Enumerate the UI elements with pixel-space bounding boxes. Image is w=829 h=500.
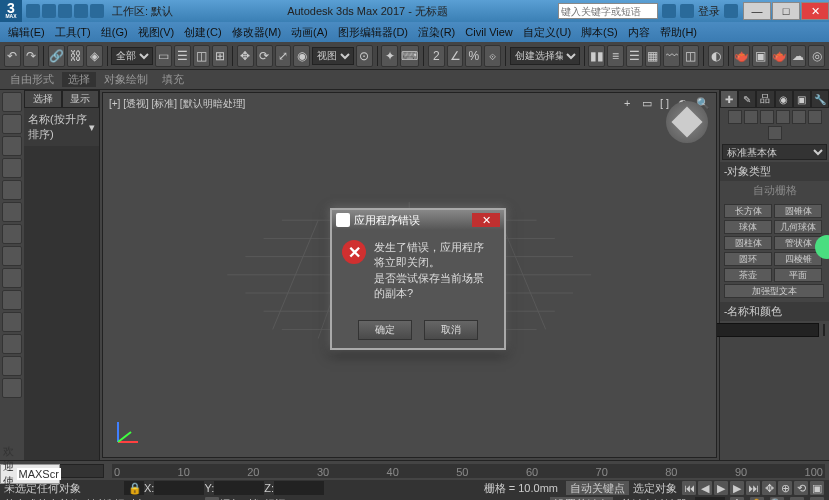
menu-content[interactable]: 内容 bbox=[624, 25, 654, 40]
open-icon[interactable] bbox=[42, 4, 56, 18]
redo-icon[interactable]: ↷ bbox=[23, 45, 40, 67]
lt-icon[interactable] bbox=[2, 268, 22, 288]
viewcube[interactable] bbox=[666, 101, 708, 143]
placement-icon[interactable]: ◉ bbox=[293, 45, 310, 67]
lt-icon[interactable] bbox=[2, 114, 22, 134]
obj-cylinder[interactable]: 圆柱体 bbox=[724, 236, 772, 250]
helpers-icon[interactable] bbox=[792, 110, 806, 124]
obj-geosphere[interactable]: 几何球体 bbox=[774, 220, 822, 234]
angle-snap-icon[interactable]: ∠ bbox=[447, 45, 464, 67]
cp-tab-create[interactable]: ✚ bbox=[720, 90, 738, 108]
selected-filter[interactable]: 选定对象 bbox=[629, 481, 681, 495]
dialog-close-button[interactable]: ✕ bbox=[472, 213, 500, 227]
nav-icon[interactable]: 🔍 bbox=[769, 496, 785, 500]
lt-icon[interactable] bbox=[2, 290, 22, 310]
tab-select[interactable]: 选择 bbox=[62, 72, 96, 87]
scale-icon[interactable]: ⤢ bbox=[275, 45, 292, 67]
curve-editor-icon[interactable]: 〰 bbox=[663, 45, 680, 67]
render-setup-icon[interactable]: 🫖 bbox=[733, 45, 750, 67]
ref-coord-system[interactable]: 视图 bbox=[312, 47, 354, 65]
spinner-snap-icon[interactable]: ⟐ bbox=[484, 45, 501, 67]
undo-icon[interactable] bbox=[74, 4, 88, 18]
obj-cone[interactable]: 圆锥体 bbox=[774, 204, 822, 218]
percent-snap-icon[interactable]: % bbox=[465, 45, 482, 67]
rollout-name-color[interactable]: - 名称和颜色 bbox=[720, 302, 829, 321]
nav-icon[interactable]: ▣ bbox=[809, 480, 825, 496]
viewport-label[interactable]: [+] [透视] [标准] [默认明暗处理] bbox=[109, 97, 245, 111]
nav-icon[interactable]: ⟲ bbox=[789, 496, 805, 500]
rotate-icon[interactable]: ⟳ bbox=[256, 45, 273, 67]
obj-sphere[interactable]: 球体 bbox=[724, 220, 772, 234]
obj-box[interactable]: 长方体 bbox=[724, 204, 772, 218]
lt-icon[interactable] bbox=[2, 136, 22, 156]
select-name-icon[interactable]: ☰ bbox=[174, 45, 191, 67]
tab-populate[interactable]: 填充 bbox=[156, 72, 190, 87]
lt-icon[interactable] bbox=[2, 202, 22, 222]
time-config-icon[interactable]: ⏱ bbox=[729, 496, 745, 500]
play-icon[interactable]: ▶ bbox=[713, 480, 729, 496]
cp-tab-utilities[interactable]: 🔧 bbox=[811, 90, 829, 108]
cp-subcategory-select[interactable]: 标准基本体 bbox=[722, 144, 827, 160]
dialog-titlebar[interactable]: 应用程序错误 ✕ bbox=[332, 210, 504, 230]
tab-freeform[interactable]: 自由形式 bbox=[4, 72, 60, 87]
nav-icon[interactable]: ✋ bbox=[749, 496, 765, 500]
lt-icon[interactable] bbox=[2, 158, 22, 178]
new-icon[interactable] bbox=[26, 4, 40, 18]
align-icon[interactable]: ≡ bbox=[607, 45, 624, 67]
menu-graph-editors[interactable]: 图形编辑器(D) bbox=[334, 25, 412, 40]
menu-script[interactable]: 脚本(S) bbox=[577, 25, 622, 40]
geometry-icon[interactable] bbox=[728, 110, 742, 124]
goto-end-icon[interactable]: ⏭ bbox=[745, 480, 761, 496]
manipulate-icon[interactable]: ✦ bbox=[381, 45, 398, 67]
bind-icon[interactable]: ◈ bbox=[86, 45, 103, 67]
pivot-icon[interactable]: ⊙ bbox=[356, 45, 373, 67]
z-input[interactable] bbox=[274, 481, 324, 495]
lt-icon[interactable] bbox=[2, 246, 22, 266]
select-icon[interactable]: ▭ bbox=[155, 45, 172, 67]
obj-pyramid[interactable]: 四棱锥 bbox=[774, 252, 822, 266]
cp-tab-modify[interactable]: ✎ bbox=[738, 90, 756, 108]
menu-view[interactable]: 视图(V) bbox=[134, 25, 179, 40]
welcome-tab[interactable]: 欢迎使用 MAXScr bbox=[0, 464, 60, 484]
unlink-icon[interactable]: ⛓ bbox=[67, 45, 84, 67]
scene-tab-display[interactable]: 显示 bbox=[62, 90, 100, 108]
obj-teapot[interactable]: 茶壶 bbox=[724, 268, 772, 282]
lt-icon[interactable] bbox=[2, 378, 22, 398]
help-search-input[interactable] bbox=[558, 3, 658, 19]
snap-toggle-icon[interactable]: 2 bbox=[428, 45, 445, 67]
time-ruler[interactable]: 0102030405060708090100 bbox=[112, 464, 825, 478]
lt-icon[interactable] bbox=[2, 92, 22, 112]
ok-button[interactable]: 确定 bbox=[358, 320, 412, 340]
autogrid-checkbox[interactable]: 自动栅格 bbox=[720, 181, 829, 200]
cameras-icon[interactable] bbox=[776, 110, 790, 124]
menu-customize[interactable]: 自定义(U) bbox=[519, 25, 575, 40]
app-logo[interactable]: 3 MAX bbox=[0, 0, 22, 22]
cp-tab-motion[interactable]: ◉ bbox=[775, 90, 793, 108]
move-icon[interactable]: ✥ bbox=[237, 45, 254, 67]
a360-icon[interactable]: ◎ bbox=[808, 45, 825, 67]
vp-add-icon[interactable]: + bbox=[624, 97, 638, 111]
object-color-swatch[interactable] bbox=[823, 324, 825, 336]
add-marker-label[interactable]: 添加时间标记 bbox=[220, 497, 286, 501]
link-icon[interactable]: 🔗 bbox=[48, 45, 65, 67]
menu-civil-view[interactable]: Civil View bbox=[461, 26, 516, 38]
close-button[interactable]: ✕ bbox=[801, 2, 829, 20]
nav-icon[interactable]: ⊕ bbox=[777, 480, 793, 496]
minimize-button[interactable]: — bbox=[743, 2, 771, 20]
menu-tools[interactable]: 工具(T) bbox=[51, 25, 95, 40]
toggle-ribbon-icon[interactable]: ▦ bbox=[645, 45, 662, 67]
menu-animation[interactable]: 动画(A) bbox=[287, 25, 332, 40]
y-input[interactable] bbox=[214, 481, 264, 495]
menu-modifiers[interactable]: 修改器(M) bbox=[228, 25, 286, 40]
cp-tab-display[interactable]: ▣ bbox=[793, 90, 811, 108]
window-crossing-icon[interactable]: ⊞ bbox=[212, 45, 229, 67]
spacewarps-icon[interactable] bbox=[808, 110, 822, 124]
lt-icon[interactable] bbox=[2, 224, 22, 244]
obj-torus[interactable]: 圆环 bbox=[724, 252, 772, 266]
info-icon[interactable] bbox=[662, 4, 676, 18]
scene-tab-select[interactable]: 选择 bbox=[24, 90, 62, 108]
select-region-icon[interactable]: ◫ bbox=[193, 45, 210, 67]
next-frame-icon[interactable]: ▶ bbox=[729, 480, 745, 496]
cancel-button[interactable]: 取消 bbox=[424, 320, 478, 340]
render-icon[interactable]: 🫖 bbox=[771, 45, 788, 67]
